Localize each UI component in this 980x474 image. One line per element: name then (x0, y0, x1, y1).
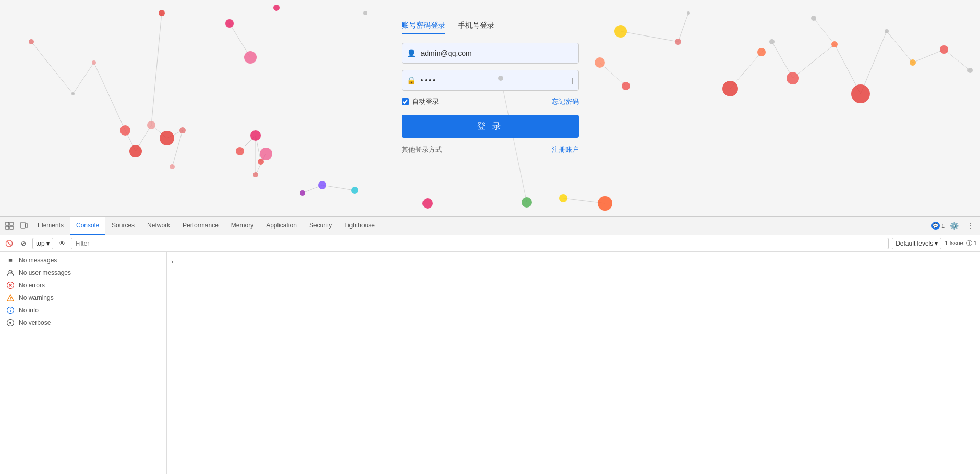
background-dot (318, 181, 326, 189)
svg-rect-34 (10, 222, 13, 225)
background-dot (559, 194, 567, 202)
background-dot (170, 164, 175, 169)
filter-warnings[interactable]: No warnings (0, 291, 166, 304)
svg-line-19 (600, 63, 626, 86)
svg-line-2 (94, 63, 125, 130)
other-login-link[interactable]: 其他登录方式 (402, 145, 442, 154)
inspect-element-button[interactable] (2, 218, 17, 233)
tab-phone[interactable]: 手机号登录 (458, 21, 494, 34)
clear-console-button[interactable]: 🚫 (3, 238, 15, 249)
svg-rect-33 (10, 226, 13, 229)
warnings-icon (6, 294, 15, 302)
devtools-tabs-container: Elements Console Sources Network Perform… (31, 217, 931, 235)
filter-verbose[interactable]: No verbose (0, 317, 166, 329)
login-button[interactable]: 登 录 (402, 115, 579, 138)
context-dropdown-icon: ▾ (46, 240, 50, 247)
main-page: 账号密码登录 手机号登录 👤 🔒 | 自动登录 忘记密码 登 录 其他登录方式 … (0, 0, 980, 216)
background-dot (940, 45, 948, 54)
tab-account[interactable]: 账号密码登录 (402, 21, 445, 34)
background-dot (722, 81, 738, 96)
filter-messages[interactable]: ≡ No messages (0, 254, 166, 266)
filter-errors-label: No errors (19, 282, 45, 289)
filter-input[interactable] (71, 238, 889, 249)
background-dot (147, 121, 155, 129)
badge-number: 1 (941, 223, 945, 229)
verbose-icon (6, 319, 15, 327)
background-dot (910, 59, 916, 66)
background-dot (129, 145, 142, 157)
background-dot (363, 11, 367, 15)
background-dot (300, 190, 305, 196)
eye-icon-button[interactable]: 👁 (56, 238, 68, 249)
forgot-password-link[interactable]: 忘记密码 (552, 97, 579, 106)
background-dot (885, 29, 889, 33)
background-dot (29, 39, 34, 44)
expand-arrow[interactable]: › (171, 258, 173, 265)
devtools-more-button[interactable]: ⋮ (963, 218, 978, 233)
svg-line-30 (814, 18, 834, 44)
filter-info[interactable]: No info (0, 304, 166, 317)
lock-icon: 🔒 (407, 76, 416, 84)
tab-security[interactable]: Security (303, 217, 338, 235)
svg-point-44 (10, 299, 10, 300)
default-levels-label: Default levels (896, 240, 933, 247)
info-icon (6, 306, 15, 314)
auto-login-label[interactable]: 自动登录 (402, 97, 439, 106)
tab-memory[interactable]: Memory (225, 217, 260, 235)
register-link[interactable]: 注册账户 (552, 145, 579, 154)
devtools-toolbar-right: 💬 1 ⚙️ ⋮ (931, 218, 978, 233)
tab-sources[interactable]: Sources (105, 217, 141, 235)
auto-login-checkbox[interactable] (402, 98, 409, 105)
login-tabs: 账号密码登录 手机号登录 (402, 21, 579, 34)
filter-errors[interactable]: No errors (0, 279, 166, 291)
username-input-group: 👤 (402, 43, 579, 64)
svg-line-26 (861, 31, 887, 94)
svg-rect-35 (6, 226, 9, 229)
background-dot (757, 48, 766, 56)
background-dot (179, 127, 186, 133)
tab-lighthouse[interactable]: Lighthouse (338, 217, 381, 235)
background-dot (498, 76, 503, 81)
svg-rect-32 (6, 222, 9, 225)
background-dot (120, 125, 130, 136)
tab-console[interactable]: Console (70, 217, 105, 235)
background-dot (253, 172, 258, 177)
background-dot (422, 198, 433, 209)
svg-line-28 (913, 50, 944, 63)
background-dot (622, 82, 630, 90)
password-input[interactable] (402, 70, 579, 91)
devtools-settings-button[interactable]: ⚙️ (947, 218, 961, 233)
tab-performance[interactable]: Performance (176, 217, 225, 235)
svg-line-21 (678, 13, 688, 42)
badge-count: 💬 (931, 222, 940, 230)
background-dot (769, 39, 775, 44)
auto-login-text: 自动登录 (412, 97, 439, 106)
background-dot (967, 68, 973, 73)
background-dot (675, 39, 681, 45)
background-dot (598, 196, 612, 211)
background-dot (351, 187, 358, 194)
tab-elements[interactable]: Elements (31, 217, 70, 235)
issues-label[interactable]: 1 Issue: ⓘ 1 (945, 239, 977, 247)
background-dot (160, 131, 174, 145)
background-dot (614, 25, 627, 38)
device-toolbar-button[interactable] (17, 218, 31, 233)
background-dot (811, 16, 816, 21)
cursor-indicator: | (572, 77, 573, 84)
background-dot (787, 72, 799, 84)
svg-rect-37 (26, 224, 28, 227)
context-selector[interactable]: top ▾ (32, 238, 53, 249)
default-levels-icon: ▾ (935, 240, 938, 247)
filter-user-messages[interactable]: No user messages (0, 266, 166, 279)
svg-line-27 (887, 31, 913, 63)
background-dot (92, 60, 96, 65)
default-levels-dropdown[interactable]: Default levels ▾ (892, 238, 941, 249)
filter-toggle-button[interactable]: ⊘ (18, 238, 29, 249)
svg-line-29 (944, 50, 970, 70)
svg-line-0 (31, 42, 73, 94)
tab-network[interactable]: Network (141, 217, 176, 235)
background-dot (273, 5, 280, 11)
tab-application[interactable]: Application (260, 217, 303, 235)
username-input[interactable] (402, 43, 579, 64)
background-dot (851, 84, 870, 103)
